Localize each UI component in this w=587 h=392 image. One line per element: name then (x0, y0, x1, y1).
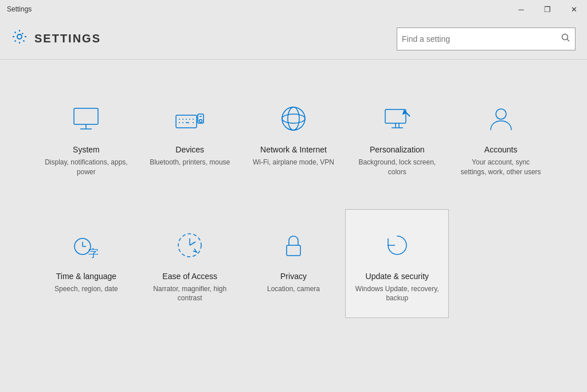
svg-point-0 (17, 34, 22, 39)
setting-item-system[interactable]: System Display, notifications, apps, pow… (34, 83, 138, 192)
system-name: System (73, 145, 100, 154)
settings-grid-row2: 字 Time & language Speech, region, date E… (34, 209, 553, 319)
setting-item-ease[interactable]: Ease of Access Narrator, magnifier, high… (138, 209, 242, 319)
svg-rect-22 (385, 109, 406, 123)
setting-item-personalization[interactable]: Personalization Background, lock screen,… (345, 83, 449, 192)
update-desc: Windows Update, recovery, backup (354, 284, 440, 304)
accounts-name: Accounts (484, 145, 518, 154)
titlebar-controls: ─ ❐ ✕ (508, 0, 587, 18)
privacy-icon (275, 227, 312, 264)
svg-rect-16 (198, 114, 204, 123)
personalization-desc: Background, lock screen, colors (354, 158, 440, 177)
time-name: Time & language (56, 272, 116, 281)
setting-item-privacy[interactable]: Privacy Location, camera (242, 209, 346, 319)
svg-text:字: 字 (88, 248, 99, 259)
gear-icon (11, 29, 28, 49)
network-name: Network & Internet (260, 145, 327, 154)
svg-line-2 (568, 40, 570, 42)
svg-point-28 (496, 109, 506, 119)
header: SETTINGS (0, 18, 587, 60)
time-icon: 字 (68, 227, 104, 264)
main-content: System Display, notifications, apps, pow… (0, 60, 587, 341)
accounts-icon (483, 100, 519, 137)
titlebar-title: Settings (7, 5, 32, 13)
close-button[interactable]: ✕ (561, 0, 587, 18)
time-desc: Speech, region, date (54, 284, 118, 294)
svg-point-1 (562, 34, 568, 40)
svg-rect-36 (287, 245, 300, 256)
network-desc: Wi-Fi, airplane mode, VPN (253, 158, 334, 167)
svg-point-21 (282, 114, 305, 123)
personalization-name: Personalization (370, 145, 425, 154)
svg-point-19 (282, 107, 305, 130)
minimize-button[interactable]: ─ (508, 0, 534, 18)
devices-name: Devices (175, 145, 204, 154)
system-icon (68, 100, 104, 137)
search-icon (561, 33, 570, 44)
privacy-name: Privacy (280, 272, 307, 281)
svg-point-17 (199, 120, 202, 123)
maximize-button[interactable]: ❐ (534, 0, 561, 18)
header-left: SETTINGS (11, 29, 101, 49)
svg-line-34 (190, 242, 195, 245)
privacy-desc: Location, camera (267, 284, 320, 294)
titlebar: Settings ─ ❐ ✕ (0, 0, 587, 18)
setting-item-devices[interactable]: Devices Bluetooth, printers, mouse (138, 83, 242, 192)
accounts-desc: Your account, sync settings, work, other… (458, 158, 543, 177)
svg-rect-3 (74, 108, 98, 124)
update-name: Update & security (366, 272, 429, 281)
setting-item-accounts[interactable]: Accounts Your account, sync settings, wo… (449, 83, 553, 192)
system-desc: Display, notifications, apps, power (44, 158, 129, 177)
setting-item-time[interactable]: 字 Time & language Speech, region, date (34, 209, 138, 319)
ease-name: Ease of Access (162, 272, 217, 281)
update-icon (379, 227, 416, 264)
search-input[interactable] (402, 34, 561, 44)
svg-rect-6 (176, 115, 197, 128)
network-icon (275, 100, 312, 137)
settings-grid-row1: System Display, notifications, apps, pow… (34, 83, 553, 192)
ease-icon (171, 227, 208, 264)
svg-point-20 (288, 107, 299, 130)
page-title: SETTINGS (34, 32, 101, 45)
setting-item-update[interactable]: Update & security Windows Update, recove… (345, 209, 449, 319)
devices-desc: Bluetooth, printers, mouse (150, 158, 230, 167)
devices-icon (171, 100, 208, 137)
setting-item-network[interactable]: Network & Internet Wi-Fi, airplane mode,… (242, 83, 346, 192)
ease-desc: Narrator, magnifier, high contrast (147, 284, 233, 304)
personalization-icon (379, 100, 416, 137)
search-box[interactable] (397, 28, 576, 50)
